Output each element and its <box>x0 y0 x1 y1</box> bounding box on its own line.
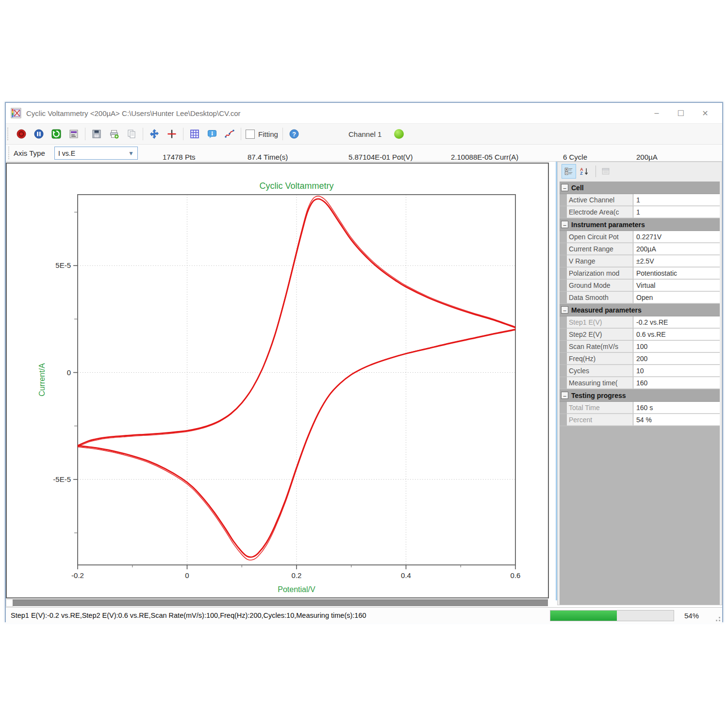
app-logo-icon <box>11 108 21 118</box>
channel-status-led-icon <box>394 129 404 139</box>
stat-time-s-: 87.4 Time(s) <box>248 153 288 161</box>
pan-icon <box>149 129 160 139</box>
property-row-ground-mode[interactable]: Ground ModeVirtual <box>560 280 720 292</box>
property-name: Step1 E(V) <box>567 316 633 328</box>
property-value[interactable]: 0.2271V <box>633 231 720 243</box>
property-row-active-channel[interactable]: Active Channel1 <box>560 194 720 206</box>
crosshair-button[interactable] <box>164 126 180 142</box>
stat-cycle: 6 Cycle <box>563 153 587 161</box>
fitting-checkbox[interactable] <box>246 130 255 139</box>
main-area: -0.200.20.40.65E-50-5E-5Cyclic Voltammet… <box>6 162 722 607</box>
section-header-cell[interactable]: –Cell <box>560 182 720 194</box>
property-row-data-smooth[interactable]: Data SmoothOpen <box>560 292 720 304</box>
print-button[interactable] <box>106 126 122 142</box>
property-value[interactable]: -0.2 vs.RE <box>633 316 720 328</box>
categorized-button[interactable] <box>562 164 576 179</box>
maximize-button[interactable]: ☐ <box>669 103 693 123</box>
resize-grip-icon[interactable] <box>714 615 720 621</box>
fitting-toggle[interactable]: Fitting <box>246 130 278 139</box>
property-name: Cycles <box>567 365 633 377</box>
collapse-icon[interactable]: – <box>561 221 568 228</box>
property-row-cycles[interactable]: Cycles10 <box>560 365 720 377</box>
collapse-icon[interactable]: – <box>561 184 568 191</box>
property-row-scan-rate-mv-s[interactable]: Scan Rate(mV/s100 <box>560 341 720 353</box>
property-row-step1-e-v-[interactable]: Step1 E(V)-0.2 vs.RE <box>560 316 720 329</box>
axis-type-value: I vs.E <box>58 149 128 157</box>
setup-icon <box>68 129 79 139</box>
property-grid: –CellActive Channel1Electrode Area(c1–In… <box>560 182 720 605</box>
curve-icon <box>224 129 235 139</box>
alphabetical-button[interactable]: AZ <box>578 165 591 178</box>
axis-type-dropdown[interactable]: I vs.E ▼ <box>54 147 138 160</box>
curve-button[interactable] <box>222 126 237 142</box>
row-margin <box>560 341 567 352</box>
title-bar: Cyclic Voltammetry <200µA> C:\Users\Hunt… <box>6 103 722 123</box>
property-row-step2-e-v-[interactable]: Step2 E(V)0.6 vs.RE <box>560 329 720 341</box>
property-value[interactable]: Open <box>633 292 720 303</box>
chart-title: Cyclic Voltammetry <box>259 181 333 191</box>
property-value[interactable]: 200 <box>633 353 720 364</box>
property-row-freq-hz-[interactable]: Freq(Hz)200 <box>560 353 720 365</box>
tooltip-button[interactable] <box>204 126 220 142</box>
property-name: Step2 E(V) <box>567 329 633 340</box>
pause-icon <box>33 129 44 139</box>
property-row-v-range[interactable]: V Range±2.5V <box>560 255 720 267</box>
property-row-percent[interactable]: Percent54 % <box>560 414 720 426</box>
axis-type-label: Axis Type <box>14 149 45 157</box>
categorized-icon <box>564 166 574 176</box>
property-value[interactable]: 0.6 vs.RE <box>633 329 720 340</box>
panel-splitter[interactable] <box>553 162 557 600</box>
property-row-measuring-time-[interactable]: Measuring time(160 <box>560 377 720 389</box>
grid-button[interactable] <box>187 126 202 142</box>
property-value[interactable]: 200µA <box>633 243 720 255</box>
row-margin <box>560 267 567 279</box>
property-value[interactable]: 1 <box>633 206 720 218</box>
property-row-polarization-mod[interactable]: Polarization modPotentiostatic <box>560 267 720 280</box>
row-margin <box>560 206 567 218</box>
cv-chart-canvas[interactable]: -0.200.20.40.65E-50-5E-5Cyclic Voltammet… <box>6 163 549 598</box>
property-value[interactable]: 100 <box>633 341 720 352</box>
property-name: V Range <box>567 255 633 267</box>
property-row-current-range[interactable]: Current Range200µA <box>560 243 720 255</box>
section-header-instrument-parameters[interactable]: –Instrument parameters <box>560 218 720 231</box>
save-button[interactable] <box>89 126 104 142</box>
property-row-electrode-area-c[interactable]: Electrode Area(c1 <box>560 206 720 218</box>
horizontal-scrollbar[interactable] <box>13 599 548 606</box>
section-title: Measured parameters <box>571 306 642 314</box>
property-value[interactable]: 10 <box>633 365 720 377</box>
property-name: Polarization mod <box>567 267 633 279</box>
fitting-label: Fitting <box>258 130 278 138</box>
property-value[interactable]: Potentiostatic <box>633 267 720 279</box>
property-value[interactable]: 1 <box>633 194 720 206</box>
property-value[interactable]: 160 <box>633 377 720 389</box>
copy-button[interactable] <box>124 126 139 142</box>
row-margin <box>560 377 567 389</box>
property-row-open-circuit-pot[interactable]: Open Circuit Pot0.2271V <box>560 231 720 243</box>
help-button[interactable]: ? <box>286 126 302 142</box>
run-icon <box>51 129 62 139</box>
setup-button[interactable] <box>66 126 82 142</box>
property-toolbar: AZ <box>558 162 722 181</box>
property-value[interactable]: 54 % <box>633 414 720 426</box>
property-row-total-time[interactable]: Total Time160 s <box>560 402 720 414</box>
close-button[interactable]: ✕ <box>693 103 717 123</box>
property-value[interactable]: Virtual <box>633 280 720 291</box>
stat-200-a: 200µA <box>636 153 658 161</box>
toolbar-separator <box>596 165 596 177</box>
collapse-icon[interactable]: – <box>561 392 568 399</box>
property-name: Electrode Area(c <box>567 206 633 218</box>
record-button[interactable] <box>14 126 29 142</box>
pause-button[interactable] <box>31 126 47 142</box>
run-button[interactable] <box>49 126 64 142</box>
minimize-button[interactable]: – <box>645 103 669 123</box>
property-value[interactable]: ±2.5V <box>633 255 720 267</box>
y-tick-label: 0 <box>67 368 71 377</box>
section-header-measured-parameters[interactable]: –Measured parameters <box>560 304 720 316</box>
property-name: Ground Mode <box>567 280 633 291</box>
property-value[interactable]: 160 s <box>633 402 720 414</box>
collapse-icon[interactable]: – <box>561 306 568 314</box>
section-header-testing-progress[interactable]: –Testing progress <box>560 389 720 402</box>
pan-button[interactable] <box>147 126 162 142</box>
progress-bar <box>550 610 674 621</box>
row-margin <box>560 402 567 414</box>
